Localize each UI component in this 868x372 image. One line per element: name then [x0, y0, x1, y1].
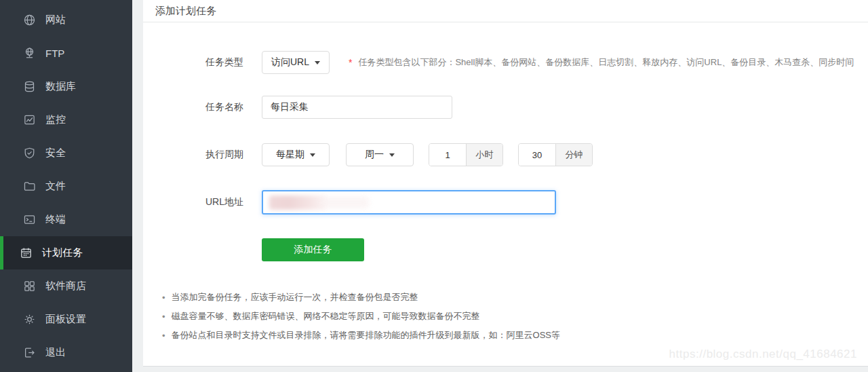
add-task-button[interactable]: 添加任务 [262, 238, 364, 261]
sidebar-item-app-store[interactable]: 软件商店 [0, 269, 132, 303]
chevron-down-icon [315, 61, 320, 64]
task-name-label: 任务名称 [205, 101, 262, 113]
calendar-icon [20, 246, 33, 259]
cycle-row: 执行周期 每星期 周一 小时 分钟 [205, 143, 593, 167]
sidebar-item-monitoring[interactable]: 监控 [0, 103, 132, 136]
sidebar-item-cron[interactable]: 计划任务 [0, 236, 132, 269]
cycle-day-dropdown[interactable]: 周一 [346, 143, 414, 166]
url-input-wrap [262, 190, 556, 215]
hour-input[interactable] [429, 144, 466, 166]
cycle-label: 执行周期 [205, 149, 262, 161]
main-area: 添加计划任务 任务类型 访问URL * 任务类型包含以下部分：Shell脚本、备… [132, 0, 868, 372]
sidebar-item-security[interactable]: 安全 [0, 136, 132, 170]
sidebar-item-database[interactable]: 数据库 [0, 70, 132, 103]
chevron-down-icon [310, 153, 315, 157]
note-item: 磁盘容量不够、数据库密码错误、网络不稳定等原因，可能导致数据备份不完整 [156, 307, 560, 326]
sidebar-item-label: 安全 [45, 147, 66, 160]
sidebar-item-label: 监控 [45, 113, 66, 126]
minute-input-group: 分钟 [518, 143, 593, 166]
minute-unit-label: 分钟 [555, 144, 592, 166]
monitor-icon [23, 113, 36, 126]
task-type-dropdown[interactable]: 访问URL [262, 51, 330, 74]
sidebar-item-terminal[interactable]: 终端 [0, 203, 132, 236]
notes-list: 当添加完备份任务，应该手动运行一次，并检查备份包是否完整磁盘容量不够、数据库密码… [156, 288, 560, 345]
task-type-hint: 任务类型包含以下部分：Shell脚本、备份网站、备份数据库、日志切割、释放内存、… [358, 56, 854, 69]
sidebar-item-label: 终端 [45, 213, 66, 226]
task-type-row: 任务类型 访问URL * 任务类型包含以下部分：Shell脚本、备份网站、备份数… [205, 50, 854, 75]
watermark-text: https://blog.csdn.net/qq_41684621 [669, 348, 857, 361]
url-row: URL地址 [205, 190, 556, 215]
logout-icon [23, 346, 36, 359]
task-type-label: 任务类型 [205, 56, 262, 69]
sidebar-item-label: 退出 [45, 346, 66, 359]
terminal-icon [23, 213, 36, 226]
minute-input[interactable] [519, 144, 555, 166]
cycle-period-selected: 每星期 [276, 149, 304, 161]
database-icon [23, 80, 36, 93]
note-item: 备份站点和目录时支持文件或目录排除，请将需要排除功能的插件升级到最新版，如：阿里… [156, 326, 560, 345]
task-name-input[interactable] [262, 96, 452, 119]
content-card: 添加计划任务 任务类型 访问URL * 任务类型包含以下部分：Shell脚本、备… [143, 0, 868, 367]
sidebar-item-website[interactable]: 网站 [0, 3, 132, 37]
sidebar: 网站 FTP 数据库 监控 安全 文件 终端 计划任务 软件商店 面板设置 退出 [0, 0, 132, 372]
sidebar-item-label: 计划任务 [42, 246, 83, 259]
url-input[interactable] [263, 191, 555, 213]
cycle-day-selected: 周一 [365, 149, 384, 161]
chevron-down-icon [389, 153, 395, 157]
sidebar-item-label: 数据库 [45, 80, 76, 93]
folder-icon [23, 180, 36, 193]
hour-unit-label: 小时 [466, 144, 502, 166]
sidebar-item-label: FTP [45, 48, 64, 59]
hour-input-group: 小时 [429, 143, 503, 166]
required-asterisk: * [349, 57, 352, 68]
gear-icon [23, 313, 36, 326]
task-name-row: 任务名称 [205, 95, 452, 119]
sidebar-item-files[interactable]: 文件 [0, 170, 132, 203]
shield-icon [23, 147, 36, 160]
sidebar-item-ftp[interactable]: FTP [0, 37, 132, 70]
task-type-selected: 访问URL [271, 56, 309, 69]
cycle-period-dropdown[interactable]: 每星期 [262, 143, 330, 166]
page-title: 添加计划任务 [143, 0, 868, 22]
note-item: 当添加完备份任务，应该手动运行一次，并检查备份包是否完整 [156, 288, 560, 307]
sidebar-item-label: 面板设置 [45, 313, 86, 326]
ftp-icon [23, 47, 36, 60]
sidebar-item-logout[interactable]: 退出 [0, 336, 132, 369]
sidebar-item-panel-settings[interactable]: 面板设置 [0, 303, 132, 336]
sidebar-item-label: 软件商店 [45, 280, 86, 293]
sidebar-item-label: 文件 [45, 180, 66, 193]
apps-icon [23, 280, 36, 293]
sidebar-item-label: 网站 [45, 14, 66, 26]
globe-icon [23, 14, 36, 26]
url-label: URL地址 [205, 196, 262, 208]
